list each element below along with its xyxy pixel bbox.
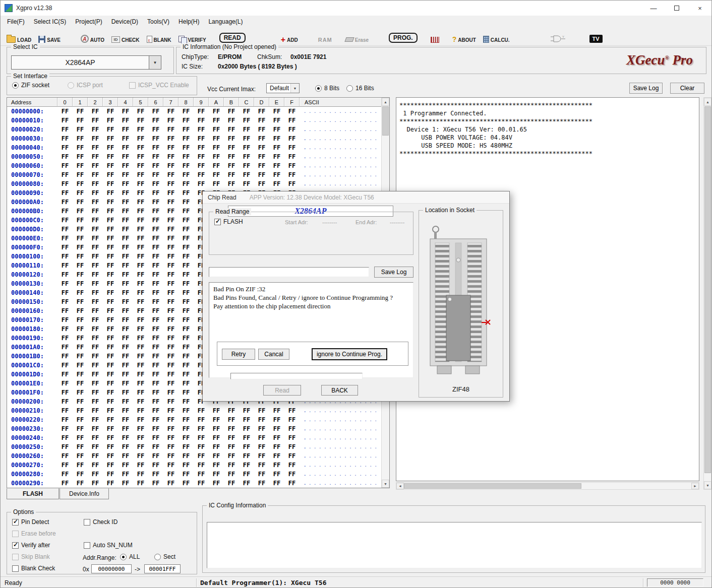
hex-byte[interactable]: FF [88, 388, 103, 397]
hex-address[interactable]: 000001D0: [7, 370, 57, 379]
socket-pins-button[interactable] [431, 37, 439, 43]
hex-byte[interactable]: FF [209, 406, 224, 415]
hex-byte[interactable]: FF [148, 125, 163, 134]
hex-byte[interactable]: FF [209, 433, 224, 442]
hex-byte[interactable]: FF [163, 125, 179, 134]
check-button[interactable]: ID CHECK [111, 36, 140, 43]
hex-byte[interactable]: FF [133, 288, 148, 297]
hex-byte[interactable]: FF [133, 451, 148, 461]
hex-byte[interactable]: FF [118, 470, 133, 479]
hex-byte[interactable]: FF [179, 161, 194, 170]
hex-byte[interactable]: FF [57, 461, 73, 470]
hex-byte[interactable]: FF [133, 207, 148, 216]
hex-byte[interactable]: FF [133, 252, 148, 261]
hex-byte[interactable]: FF [57, 424, 73, 433]
calcu-button[interactable]: CALCU. [483, 36, 510, 43]
hex-byte[interactable]: FF [224, 179, 239, 188]
hex-byte[interactable]: FF [163, 234, 179, 243]
hex-byte[interactable]: FF [103, 243, 118, 252]
hex-address[interactable]: 000001A0: [7, 343, 57, 352]
retry-button[interactable]: Retry [222, 349, 255, 360]
hex-byte[interactable]: FF [179, 379, 194, 388]
hex-byte[interactable]: FF [148, 315, 163, 324]
hex-byte[interactable]: FF [118, 415, 133, 424]
hex-byte[interactable]: FF [118, 442, 133, 451]
hex-byte[interactable]: FF [148, 143, 163, 152]
hex-byte[interactable]: FF [57, 179, 73, 188]
hex-byte[interactable]: FF [88, 252, 103, 261]
hex-byte[interactable]: FF [209, 125, 224, 134]
hex-byte[interactable]: FF [148, 415, 163, 424]
hex-byte[interactable]: FF [284, 424, 300, 433]
hex-address[interactable]: 00000270: [7, 461, 57, 470]
hex-byte[interactable]: FF [133, 107, 148, 116]
hex-byte[interactable]: FF [179, 234, 194, 243]
hex-byte[interactable]: FF [133, 388, 148, 397]
hex-byte[interactable]: FF [103, 116, 118, 125]
hex-byte[interactable]: FF [269, 125, 284, 134]
hex-byte[interactable]: FF [254, 107, 269, 116]
hex-byte[interactable]: FF [103, 179, 118, 188]
hex-byte[interactable]: FF [57, 207, 73, 216]
hex-byte[interactable]: FF [179, 261, 194, 270]
range-start-input[interactable] [91, 564, 132, 573]
tab-flash[interactable]: FLASH [7, 488, 59, 499]
hex-byte[interactable]: FF [148, 406, 163, 415]
hex-byte[interactable]: FF [209, 134, 224, 143]
hex-byte[interactable]: FF [118, 125, 133, 134]
hex-byte[interactable]: FF [57, 270, 73, 279]
hex-byte[interactable]: FF [73, 152, 88, 161]
blank-button[interactable]: E BLANK [147, 36, 171, 43]
hex-byte[interactable]: FF [118, 324, 133, 334]
hex-byte[interactable]: FF [88, 188, 103, 198]
blank-check-checkbox[interactable]: Blank Check [12, 565, 55, 572]
icsp-port-radio[interactable]: ICSP port [68, 82, 103, 89]
hex-byte[interactable]: FF [118, 152, 133, 161]
hex-byte[interactable]: FF [148, 433, 163, 442]
hex-byte[interactable]: FF [57, 388, 73, 397]
hex-byte[interactable]: FF [284, 107, 300, 116]
hex-byte[interactable]: FF [269, 116, 284, 125]
hex-byte[interactable]: FF [148, 234, 163, 243]
hex-byte[interactable]: FF [179, 107, 194, 116]
hex-byte[interactable]: FF [88, 134, 103, 143]
hex-byte[interactable]: FF [73, 107, 88, 116]
hex-byte[interactable]: FF [148, 442, 163, 451]
hex-byte[interactable]: FF [179, 225, 194, 234]
hex-byte[interactable]: FF [163, 442, 179, 451]
hex-byte[interactable]: FF [73, 216, 88, 225]
hex-byte[interactable]: FF [88, 306, 103, 315]
hex-byte[interactable]: FF [179, 397, 194, 406]
hex-byte[interactable]: FF [224, 143, 239, 152]
zif-socket-radio-input[interactable] [12, 82, 19, 89]
prog-button[interactable]: PROG. [389, 33, 418, 43]
hex-byte[interactable]: FF [88, 161, 103, 170]
hex-byte[interactable]: FF [103, 442, 118, 451]
hex-byte[interactable]: FF [284, 470, 300, 479]
hex-byte[interactable]: FF [148, 334, 163, 343]
hex-byte[interactable]: FF [239, 433, 254, 442]
hex-byte[interactable]: FF [88, 116, 103, 125]
hex-address[interactable]: 000001F0: [7, 388, 57, 397]
hex-byte[interactable]: FF [118, 161, 133, 170]
addr-range-all-radio[interactable]: ALL [120, 553, 140, 560]
flash-checkbox[interactable]: FLASH [214, 218, 243, 225]
hex-byte[interactable]: FF [224, 415, 239, 424]
hex-byte[interactable]: FF [88, 470, 103, 479]
hex-byte[interactable]: FF [103, 261, 118, 270]
hex-byte[interactable]: FF [284, 406, 300, 415]
skip-blank-checkbox[interactable]: Skip Blank [12, 553, 50, 560]
hex-byte[interactable]: FF [163, 143, 179, 152]
hex-byte[interactable]: FF [73, 433, 88, 442]
hex-byte[interactable]: FF [224, 424, 239, 433]
hex-byte[interactable]: FF [88, 451, 103, 461]
hex-byte[interactable]: FF [179, 306, 194, 315]
hex-byte[interactable]: FF [284, 442, 300, 451]
hex-byte[interactable]: FF [103, 216, 118, 225]
hex-address[interactable]: 000000F0: [7, 243, 57, 252]
hex-byte[interactable]: FF [194, 442, 209, 451]
hex-byte[interactable]: FF [194, 415, 209, 424]
menu-item-file[interactable]: File(F) [3, 17, 29, 27]
hex-byte[interactable]: FF [148, 270, 163, 279]
hex-byte[interactable]: FF [269, 152, 284, 161]
